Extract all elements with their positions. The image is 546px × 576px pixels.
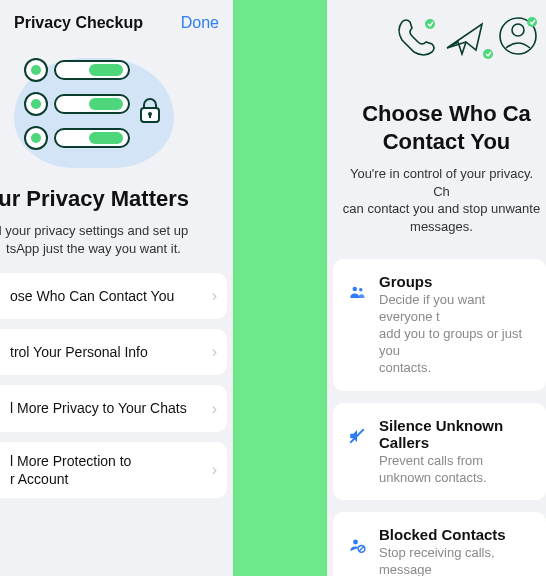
silence-icon — [347, 427, 367, 445]
groups-icon — [347, 283, 367, 301]
svg-point-3 — [425, 19, 435, 29]
card-label: l More Protection tor Account — [10, 452, 131, 488]
chevron-right-icon: › — [212, 461, 217, 479]
hero-illustration — [10, 50, 180, 170]
svg-line-13 — [359, 547, 364, 552]
svg-point-11 — [353, 540, 358, 545]
card-label: l More Privacy to Your Chats — [10, 399, 187, 417]
toggle-icon — [54, 128, 130, 148]
svg-point-9 — [359, 288, 362, 291]
section-subtitle: You're in control of your privacy. Chcan… — [327, 165, 546, 235]
card-label: trol Your Personal Info — [10, 343, 148, 361]
card-personal-info[interactable]: trol Your Personal Info › — [0, 329, 227, 375]
svg-point-4 — [483, 49, 493, 59]
toggle-indicator-icon — [24, 92, 48, 116]
toggle-icon — [54, 60, 130, 80]
chevron-right-icon: › — [212, 400, 217, 418]
item-blocked-contacts[interactable]: Blocked Contacts Stop receiving calls, m… — [333, 512, 546, 576]
card-label: ose Who Can Contact You — [10, 287, 174, 305]
item-groups[interactable]: Groups Decide if you want everyone tadd … — [333, 259, 546, 390]
item-title: Groups — [379, 273, 536, 290]
item-silence-callers[interactable]: Silence Unknown Callers Prevent calls fr… — [333, 403, 546, 501]
card-account-protection[interactable]: l More Protection tor Account › — [0, 442, 227, 498]
done-button[interactable]: Done — [181, 14, 219, 32]
item-desc: Stop receiving calls, messageand status … — [379, 545, 536, 576]
svg-point-8 — [353, 287, 358, 292]
chevron-right-icon: › — [212, 343, 217, 361]
card-contact[interactable]: ose Who Can Contact You › — [0, 273, 227, 319]
page-title: Privacy Checkup — [14, 14, 143, 32]
nav-header: Privacy Checkup Done — [0, 0, 233, 42]
item-desc: Decide if you want everyone tadd you to … — [379, 292, 536, 376]
chevron-right-icon: › — [212, 287, 217, 305]
item-title: Silence Unknown Callers — [379, 417, 536, 451]
lock-icon — [138, 98, 162, 124]
item-desc: Prevent calls fromunknown contacts. — [379, 453, 536, 487]
section-title: Choose Who CaContact You — [327, 100, 546, 155]
toggle-indicator-icon — [24, 126, 48, 150]
hero-title: ur Privacy Matters — [0, 186, 233, 212]
svg-point-6 — [512, 24, 524, 36]
blocked-icon — [347, 536, 367, 554]
svg-rect-2 — [149, 114, 151, 118]
toggle-indicator-icon — [24, 58, 48, 82]
svg-point-7 — [527, 17, 537, 27]
contact-illustration — [327, 0, 546, 74]
hero-subtitle: l your privacy settings and set uptsApp … — [0, 222, 233, 257]
item-title: Blocked Contacts — [379, 526, 536, 543]
card-chat-privacy[interactable]: l More Privacy to Your Chats › — [0, 385, 227, 431]
toggle-icon — [54, 94, 130, 114]
